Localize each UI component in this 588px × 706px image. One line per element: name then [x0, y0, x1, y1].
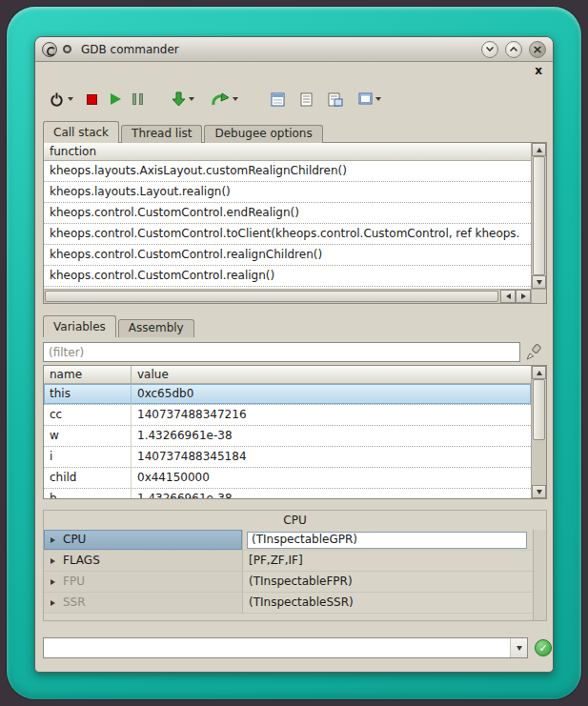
call-stack-row[interactable]: kheops.control.CustomControl.realignChil…	[44, 245, 531, 266]
register-value-cell: [PF,ZF,IF]	[243, 551, 533, 571]
command-combobox[interactable]	[43, 637, 528, 658]
tab-variables[interactable]: Variables	[43, 315, 116, 337]
column-header-value[interactable]: value	[132, 366, 174, 383]
variable-row[interactable]: i 140737488345184	[44, 447, 531, 468]
variable-row[interactable]: cc 140737488347216	[44, 405, 531, 426]
run-button[interactable]	[109, 87, 123, 111]
register-row-flags[interactable]: FLAGS [PF,ZF,IF]	[44, 551, 533, 572]
variable-row[interactable]: w 1.43266961e-38	[44, 426, 531, 447]
inspector-tabbar: Variables Assembly	[43, 315, 196, 337]
window-title: GDB commander	[81, 43, 179, 56]
expander-icon[interactable]	[44, 537, 61, 543]
call-stack-panel: function kheops.layouts.AxisLayout.custo…	[43, 142, 547, 304]
inspect-window-button[interactable]	[326, 87, 345, 111]
register-value-editor[interactable]: (TInspectableGPR)	[247, 532, 527, 549]
scroll-left-button[interactable]	[500, 290, 516, 303]
titlebar[interactable]: GDB commander ×	[35, 37, 553, 62]
filter-row	[43, 342, 545, 363]
dock-close-button[interactable]: x	[533, 65, 544, 76]
register-value: (TInspectableSSR)	[249, 593, 354, 613]
register-value-cell: (TInspectableSSR)	[243, 593, 533, 613]
arrow-left-icon	[506, 293, 511, 299]
scrollbar-thumb[interactable]	[533, 379, 545, 440]
command-row: ✓	[43, 637, 545, 658]
horizontal-scrollbar[interactable]	[44, 289, 531, 303]
register-row-ssr[interactable]: SSR (TInspectableSSR)	[44, 593, 533, 614]
call-stack-row[interactable]: kheops.layouts.AxisLayout.customRealignC…	[44, 161, 531, 182]
tab-debugee-options[interactable]: Debugee options	[204, 125, 322, 143]
confirm-button[interactable]: ✓	[535, 639, 552, 656]
column-header-name[interactable]: name	[44, 366, 132, 383]
scrollbar-corner	[531, 289, 546, 303]
step-into-button[interactable]	[170, 87, 196, 111]
variable-row[interactable]: this 0xc65db0	[44, 384, 531, 405]
variables-header[interactable]: name value	[44, 366, 531, 384]
variable-name: cc	[44, 405, 132, 425]
variable-value: 1.43266961e-38	[132, 426, 531, 446]
vertical-scrollbar[interactable]	[531, 143, 546, 289]
application-icon[interactable]	[42, 42, 57, 57]
command-input[interactable]	[44, 638, 510, 657]
call-stack-row[interactable]: kheops.control.CustomControl.endRealign(…	[44, 203, 531, 224]
column-header-function[interactable]: function	[44, 143, 102, 160]
arrow-up-icon	[537, 371, 542, 375]
expander-icon[interactable]	[44, 558, 61, 564]
desktop-background: { "window": { "title": "GDB commander", …	[0, 0, 588, 706]
register-name: FPU	[61, 572, 85, 592]
arrow-up-icon	[537, 148, 542, 152]
debug-windows-button[interactable]	[356, 87, 383, 111]
register-value: (TInspectableFPR)	[249, 572, 353, 592]
tab-call-stack[interactable]: Call stack	[43, 121, 119, 143]
maximize-button[interactable]	[505, 41, 522, 58]
pin-icon[interactable]	[63, 45, 71, 53]
close-icon: ×	[533, 43, 543, 55]
combo-dropdown-button[interactable]	[510, 638, 527, 657]
pause-icon	[132, 93, 143, 105]
check-icon: ✓	[538, 642, 547, 655]
close-button[interactable]: ×	[529, 41, 546, 58]
scroll-down-button[interactable]	[532, 485, 546, 498]
log-window-button[interactable]	[298, 87, 314, 111]
expander-icon[interactable]	[44, 600, 61, 606]
register-name: CPU	[61, 530, 86, 550]
pause-button[interactable]	[131, 87, 145, 111]
variable-row[interactable]: b 1.43266961e-38	[44, 489, 531, 498]
scroll-up-button[interactable]	[532, 143, 546, 156]
variable-value: 140737488345184	[132, 447, 531, 467]
register-row-fpu[interactable]: FPU (TInspectableFPR)	[44, 572, 533, 593]
tab-assembly[interactable]: Assembly	[118, 319, 194, 337]
scroll-right-button[interactable]	[516, 290, 531, 303]
power-button[interactable]	[47, 87, 75, 111]
run-to-cursor-button[interactable]	[210, 87, 240, 111]
scroll-up-button[interactable]	[532, 366, 546, 379]
output-window-button[interactable]	[269, 87, 287, 111]
call-stack-row[interactable]: kheops.control.CustomControl.toClient(kh…	[44, 224, 531, 245]
scroll-down-button[interactable]	[532, 275, 546, 289]
document-lines-icon	[300, 92, 313, 107]
debug-toolbar	[47, 83, 541, 115]
filter-input[interactable]	[43, 342, 520, 362]
register-value: [PF,ZF,IF]	[249, 551, 303, 571]
tab-thread-list[interactable]: Thread list	[121, 125, 202, 143]
expander-icon[interactable]	[44, 579, 61, 585]
gdb-commander-window: GDB commander × x	[34, 36, 554, 673]
dropdown-arrow-icon	[68, 97, 73, 101]
stack-tabbar: Call stack Thread list Debugee options	[43, 121, 325, 143]
cpu-scrollbar-track[interactable]	[533, 530, 546, 620]
monitor-icon	[358, 92, 373, 106]
scrollbar-thumb[interactable]	[533, 156, 545, 275]
call-stack-header[interactable]: function	[44, 143, 531, 161]
variable-row[interactable]: child 0x44150000	[44, 468, 531, 489]
register-row-cpu[interactable]: CPU (TInspectableGPR)	[44, 530, 533, 551]
call-stack-row[interactable]: kheops.layouts.Layout.realign()	[44, 182, 531, 203]
call-stack-row[interactable]: kheops.control.CustomControl.realign()	[44, 266, 531, 287]
edit-filter-button[interactable]	[522, 342, 543, 363]
chevron-up-icon	[509, 46, 518, 52]
scrollbar-thumb[interactable]	[45, 291, 498, 302]
minimize-button[interactable]	[481, 41, 498, 58]
vertical-scrollbar[interactable]	[531, 366, 546, 498]
stop-button[interactable]	[85, 87, 99, 111]
register-name-cell: FPU	[44, 572, 243, 592]
register-name: FLAGS	[61, 551, 100, 571]
curved-arrow-icon	[212, 92, 230, 107]
